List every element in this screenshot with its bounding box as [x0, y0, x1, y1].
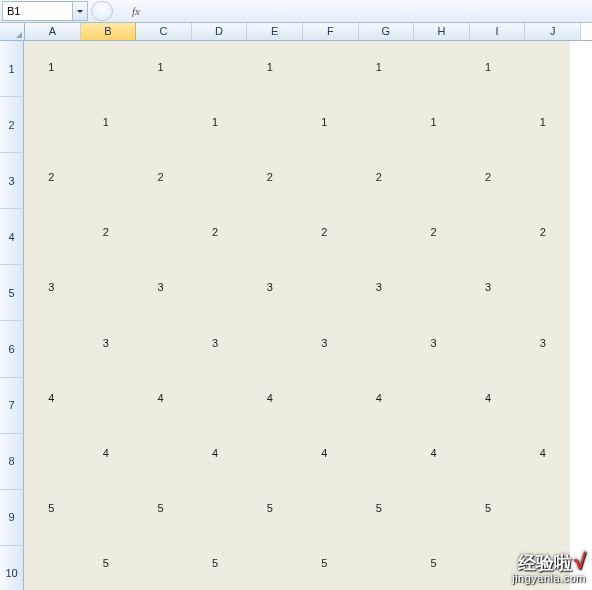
- col-header-i[interactable]: I: [470, 23, 526, 40]
- cell-value: 2: [352, 171, 407, 183]
- column-headers: A B C D E F G H I J: [0, 23, 592, 41]
- row-headers: 1 2 3 4 5 6 7 8 9 10: [0, 41, 24, 590]
- col-header-e[interactable]: E: [247, 23, 303, 40]
- cell-value: 1: [242, 61, 297, 73]
- cell-value: 2: [242, 171, 297, 183]
- cell-value: 1: [461, 61, 516, 73]
- cell-value: 5: [24, 502, 79, 514]
- cell-value: 5: [242, 502, 297, 514]
- cell-value: 1: [188, 116, 243, 128]
- row-header-5[interactable]: 5: [0, 265, 24, 321]
- cell-value: 4: [133, 392, 188, 404]
- row-header-2[interactable]: 2: [0, 97, 24, 153]
- cell-value: 5: [188, 557, 243, 569]
- cell-value: 1: [24, 61, 79, 73]
- sheet-area: A B C D E F G H I J 1 2 3 4 5 6 7 8 9 10: [0, 23, 592, 590]
- cells-grid[interactable]: 1111111111222222222233333333334444444444…: [24, 41, 570, 590]
- row-header-7[interactable]: 7: [0, 378, 24, 434]
- cell-value: 4: [406, 447, 461, 459]
- col-header-b[interactable]: B: [81, 23, 137, 40]
- cell-value: 2: [461, 171, 516, 183]
- cell-value: 4: [515, 447, 570, 459]
- cell-value: 1: [79, 116, 134, 128]
- col-header-h[interactable]: H: [414, 23, 470, 40]
- col-header-g[interactable]: G: [359, 23, 415, 40]
- row-header-1[interactable]: 1: [0, 41, 24, 97]
- row-header-10[interactable]: 10: [0, 546, 24, 590]
- formula-bar: B1 fx: [0, 0, 592, 23]
- cell-value: 2: [24, 171, 79, 183]
- cell-value: 5: [79, 557, 134, 569]
- cell-value: 1: [406, 116, 461, 128]
- cell-value: 2: [406, 226, 461, 238]
- cell-value: 2: [188, 226, 243, 238]
- cell-value: 1: [515, 116, 570, 128]
- col-header-j[interactable]: J: [525, 23, 581, 40]
- name-box-dropdown-icon[interactable]: [72, 2, 87, 20]
- cell-value: 5: [352, 502, 407, 514]
- cell-value: 4: [188, 447, 243, 459]
- cell-value: 5: [406, 557, 461, 569]
- row-header-9[interactable]: 9: [0, 490, 24, 546]
- cell-value: 1: [352, 61, 407, 73]
- cell-value: 5: [461, 502, 516, 514]
- col-header-d[interactable]: D: [192, 23, 248, 40]
- cell-value: 5: [515, 557, 570, 569]
- cell-value: 2: [515, 226, 570, 238]
- col-header-f[interactable]: F: [303, 23, 359, 40]
- name-box-value: B1: [7, 5, 20, 17]
- cell-value: 4: [297, 447, 352, 459]
- cell-value: 1: [297, 116, 352, 128]
- cell-value: 5: [133, 502, 188, 514]
- cell-value: 3: [242, 281, 297, 293]
- cell-value: 3: [24, 281, 79, 293]
- cancel-button[interactable]: [91, 1, 113, 21]
- cell-value: 2: [79, 226, 134, 238]
- cell-value: 3: [406, 337, 461, 349]
- cell-value: 5: [297, 557, 352, 569]
- insert-function-button[interactable]: fx: [123, 2, 149, 20]
- cell-value: 4: [352, 392, 407, 404]
- cell-value: 4: [79, 447, 134, 459]
- fx-icon: fx: [132, 5, 140, 17]
- col-header-a[interactable]: A: [25, 23, 81, 40]
- row-header-3[interactable]: 3: [0, 153, 24, 209]
- row-header-4[interactable]: 4: [0, 209, 24, 265]
- cell-value: 3: [188, 337, 243, 349]
- row-header-8[interactable]: 8: [0, 434, 24, 490]
- cell-value: 2: [297, 226, 352, 238]
- cell-value: 2: [133, 171, 188, 183]
- cell-value: 3: [133, 281, 188, 293]
- select-all-corner[interactable]: [0, 23, 25, 40]
- row-header-6[interactable]: 6: [0, 321, 24, 377]
- cell-value: 3: [515, 337, 570, 349]
- cell-value: 3: [352, 281, 407, 293]
- cell-value: 3: [297, 337, 352, 349]
- col-header-c[interactable]: C: [136, 23, 192, 40]
- cell-value: 4: [242, 392, 297, 404]
- cell-value: 4: [461, 392, 516, 404]
- name-box[interactable]: B1: [2, 1, 88, 21]
- cell-value: 3: [79, 337, 134, 349]
- cell-value: 3: [461, 281, 516, 293]
- cell-value: 4: [24, 392, 79, 404]
- cell-value: 1: [133, 61, 188, 73]
- formula-input[interactable]: [151, 2, 590, 20]
